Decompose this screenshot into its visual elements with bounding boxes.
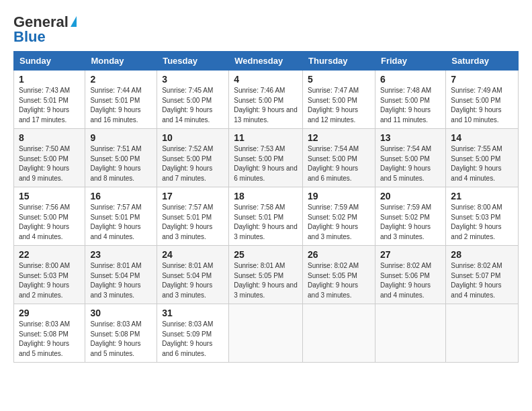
calendar-table: SundayMondayTuesdayWednesdayThursdayFrid… [13,51,519,363]
day-number: 20 [380,191,441,201]
day-number: 10 [162,132,224,143]
calendar-cell: 23 Sunrise: 8:01 AM Sunset: 5:04 PM Dayl… [85,246,157,304]
day-number: 4 [234,74,298,85]
day-info: Sunrise: 8:01 AM Sunset: 5:04 PM Dayligh… [90,261,152,300]
day-info: Sunrise: 7:45 AM Sunset: 5:00 PM Dayligh… [162,86,224,125]
calendar-cell: 24 Sunrise: 8:01 AM Sunset: 5:04 PM Dayl… [157,246,229,304]
day-number: 14 [451,132,513,143]
calendar-cell [375,304,445,363]
calendar-cell: 1 Sunrise: 7:43 AM Sunset: 5:01 PM Dayli… [14,71,85,129]
calendar-cell [446,304,519,363]
day-info: Sunrise: 7:57 AM Sunset: 5:01 PM Dayligh… [90,203,152,242]
logo: General Blue [13,13,77,46]
day-info: Sunrise: 7:47 AM Sunset: 5:00 PM Dayligh… [308,86,370,125]
day-number: 7 [451,74,513,85]
calendar-cell: 28 Sunrise: 8:02 AM Sunset: 5:07 PM Dayl… [446,246,519,304]
calendar-cell: 13 Sunrise: 7:54 AM Sunset: 5:00 PM Dayl… [375,129,445,187]
day-number: 13 [380,132,441,143]
column-header-saturday: Saturday [446,52,519,71]
calendar-week-row: 1 Sunrise: 7:43 AM Sunset: 5:01 PM Dayli… [14,71,519,129]
day-info: Sunrise: 7:59 AM Sunset: 5:02 PM Dayligh… [380,203,441,242]
calendar-cell: 19 Sunrise: 7:59 AM Sunset: 5:02 PM Dayl… [303,187,375,246]
day-info: Sunrise: 7:59 AM Sunset: 5:02 PM Dayligh… [308,203,370,242]
calendar-cell: 12 Sunrise: 7:54 AM Sunset: 5:00 PM Dayl… [303,129,375,187]
calendar-cell: 27 Sunrise: 8:02 AM Sunset: 5:06 PM Dayl… [375,246,445,304]
calendar-cell: 10 Sunrise: 7:52 AM Sunset: 5:00 PM Dayl… [157,129,229,187]
day-number: 19 [308,191,370,201]
day-number: 5 [308,74,370,85]
day-number: 12 [308,132,370,143]
calendar-cell: 25 Sunrise: 8:01 AM Sunset: 5:05 PM Dayl… [229,246,303,304]
logo-blue: Blue [13,28,46,46]
day-number: 28 [451,249,513,260]
day-number: 21 [451,191,513,201]
day-number: 23 [90,249,152,260]
day-number: 9 [90,132,152,143]
logo-triangle-icon [71,16,77,27]
calendar-header-row: SundayMondayTuesdayWednesdayThursdayFrid… [14,52,519,71]
day-info: Sunrise: 7:53 AM Sunset: 5:00 PM Dayligh… [234,144,298,183]
calendar-cell: 11 Sunrise: 7:53 AM Sunset: 5:00 PM Dayl… [229,129,303,187]
day-info: Sunrise: 7:54 AM Sunset: 5:00 PM Dayligh… [380,144,441,183]
calendar-week-row: 29 Sunrise: 8:03 AM Sunset: 5:08 PM Dayl… [14,304,519,363]
day-number: 25 [234,249,298,260]
calendar-cell: 3 Sunrise: 7:45 AM Sunset: 5:00 PM Dayli… [157,71,229,129]
calendar-week-row: 8 Sunrise: 7:50 AM Sunset: 5:00 PM Dayli… [14,129,519,187]
day-number: 1 [19,74,80,85]
calendar-cell: 31 Sunrise: 8:03 AM Sunset: 5:09 PM Dayl… [157,304,229,363]
calendar-cell: 26 Sunrise: 8:02 AM Sunset: 5:05 PM Dayl… [303,246,375,304]
day-number: 15 [19,191,80,201]
day-number: 29 [19,308,80,318]
calendar-cell [303,304,375,363]
column-header-tuesday: Tuesday [157,52,229,71]
day-number: 3 [162,74,224,85]
day-number: 18 [234,191,298,201]
day-number: 31 [162,308,224,318]
calendar-cell: 6 Sunrise: 7:48 AM Sunset: 5:00 PM Dayli… [375,71,445,129]
calendar-cell: 9 Sunrise: 7:51 AM Sunset: 5:00 PM Dayli… [85,129,157,187]
calendar-cell: 29 Sunrise: 8:03 AM Sunset: 5:08 PM Dayl… [14,304,85,363]
calendar-cell: 16 Sunrise: 7:57 AM Sunset: 5:01 PM Dayl… [85,187,157,246]
day-number: 24 [162,249,224,260]
day-info: Sunrise: 8:03 AM Sunset: 5:09 PM Dayligh… [162,320,224,359]
column-header-monday: Monday [85,52,157,71]
calendar-cell: 30 Sunrise: 8:03 AM Sunset: 5:08 PM Dayl… [85,304,157,363]
day-number: 16 [90,191,152,201]
day-number: 26 [308,249,370,260]
column-header-friday: Friday [375,52,445,71]
calendar-cell: 17 Sunrise: 7:57 AM Sunset: 5:01 PM Dayl… [157,187,229,246]
day-info: Sunrise: 8:02 AM Sunset: 5:07 PM Dayligh… [451,261,513,300]
column-header-sunday: Sunday [14,52,85,71]
day-info: Sunrise: 8:03 AM Sunset: 5:08 PM Dayligh… [90,320,152,359]
calendar-cell: 18 Sunrise: 7:58 AM Sunset: 5:01 PM Dayl… [229,187,303,246]
day-info: Sunrise: 7:43 AM Sunset: 5:01 PM Dayligh… [19,86,80,125]
column-header-wednesday: Wednesday [229,52,303,71]
day-number: 27 [380,249,441,260]
day-info: Sunrise: 8:00 AM Sunset: 5:03 PM Dayligh… [19,261,80,300]
calendar-cell: 4 Sunrise: 7:46 AM Sunset: 5:00 PM Dayli… [229,71,303,129]
day-info: Sunrise: 8:02 AM Sunset: 5:06 PM Dayligh… [380,261,441,300]
day-info: Sunrise: 8:01 AM Sunset: 5:04 PM Dayligh… [162,261,224,300]
calendar-cell: 21 Sunrise: 8:00 AM Sunset: 5:03 PM Dayl… [446,187,519,246]
calendar-week-row: 22 Sunrise: 8:00 AM Sunset: 5:03 PM Dayl… [14,246,519,304]
day-number: 11 [234,132,298,143]
day-info: Sunrise: 8:03 AM Sunset: 5:08 PM Dayligh… [19,320,80,359]
day-info: Sunrise: 8:00 AM Sunset: 5:03 PM Dayligh… [451,203,513,242]
calendar-cell: 14 Sunrise: 7:55 AM Sunset: 5:00 PM Dayl… [446,129,519,187]
day-info: Sunrise: 7:50 AM Sunset: 5:00 PM Dayligh… [19,144,80,183]
calendar-cell [229,304,303,363]
day-info: Sunrise: 7:51 AM Sunset: 5:00 PM Dayligh… [90,144,152,183]
day-number: 17 [162,191,224,201]
day-number: 8 [19,132,80,143]
calendar-cell: 20 Sunrise: 7:59 AM Sunset: 5:02 PM Dayl… [375,187,445,246]
day-info: Sunrise: 7:57 AM Sunset: 5:01 PM Dayligh… [162,203,224,242]
day-number: 6 [380,74,441,85]
column-header-thursday: Thursday [303,52,375,71]
day-info: Sunrise: 7:49 AM Sunset: 5:00 PM Dayligh… [451,86,513,125]
day-info: Sunrise: 7:44 AM Sunset: 5:01 PM Dayligh… [90,86,152,125]
day-info: Sunrise: 8:02 AM Sunset: 5:05 PM Dayligh… [308,261,370,300]
calendar-cell: 22 Sunrise: 8:00 AM Sunset: 5:03 PM Dayl… [14,246,85,304]
day-info: Sunrise: 8:01 AM Sunset: 5:05 PM Dayligh… [234,261,298,300]
calendar-cell: 5 Sunrise: 7:47 AM Sunset: 5:00 PM Dayli… [303,71,375,129]
day-number: 30 [90,308,152,318]
